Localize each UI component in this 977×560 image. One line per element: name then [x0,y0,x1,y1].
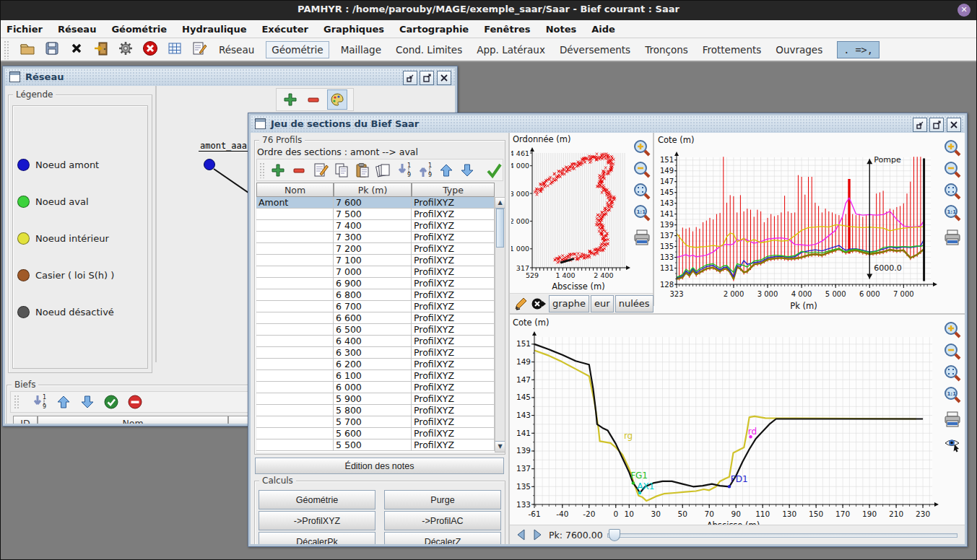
zoom-actual-icon[interactable]: 1:1 [943,385,962,404]
profil-row-pk-6100[interactable]: 6 100ProfilXYZ [256,370,495,382]
profil-row-pk-6900[interactable]: 6 900ProfilXYZ [256,278,495,289]
pk-slider-thumb[interactable] [609,529,620,541]
calc-button--profilxyz[interactable]: ->ProfilXYZ [259,511,375,530]
profil-row-pk-7300[interactable]: 7 300ProfilXYZ [256,232,495,243]
move-up-icon[interactable] [438,161,455,180]
scrollbar-thumb[interactable] [496,209,504,248]
profils-column-pkm[interactable]: Pk (m) [334,183,412,197]
move-down-icon[interactable] [78,393,97,411]
toolbar-button-maillage[interactable]: Maillage [341,44,381,56]
profil-row-pk-6200[interactable]: 6 200ProfilXYZ [256,359,495,370]
zoom-in-icon[interactable] [943,139,962,157]
menu-notes[interactable]: Notes [546,24,577,35]
gear-icon[interactable] [116,39,135,58]
menu-cartographie[interactable]: Cartographie [399,24,469,35]
validate-icon[interactable] [485,161,503,180]
exit-door-icon[interactable] [92,39,110,58]
toolbar-button-ouvrages[interactable]: Ouvrages [776,44,822,56]
profil-row-pk-6600[interactable]: 6 600ProfilXYZ [256,312,495,324]
minimize-icon[interactable] [403,71,417,85]
toolbar-button-g-om-trie[interactable]: Géométrie [266,41,329,58]
scroll-up-icon[interactable]: ▲ [495,198,505,209]
draw-icon[interactable] [513,294,529,313]
profil-row-pk-7000[interactable]: 7 000ProfilXYZ [256,266,495,278]
zoom-actual-icon[interactable]: 1:1 [633,204,651,222]
reseau-window-titlebar[interactable]: Réseau [5,69,455,87]
node-label[interactable]: amont_aaa [199,141,248,152]
sections-window-titlebar[interactable]: Jeu de sections du Bief Saar [251,115,965,134]
profil-row-pk-5500[interactable]: 5 500ProfilXYZ [256,439,495,451]
maximize-icon[interactable] [929,118,944,132]
tab-eur[interactable]: eur [591,295,614,312]
minimize-icon[interactable] [913,118,927,132]
close-icon[interactable] [947,118,961,132]
profils-column-nom[interactable]: Nom [256,183,334,197]
profil-row-pk-6300[interactable]: 6 300ProfilXYZ [256,347,495,359]
print-icon[interactable] [633,228,651,247]
sort-descending-icon[interactable]: 19 [30,393,49,411]
profil-row-pk-5800[interactable]: 5 800ProfilXYZ [256,405,495,416]
toolbar-drag-handle[interactable] [4,40,9,59]
calc-button--profilac[interactable]: ->ProfilAC [384,511,501,530]
menu-géométrie[interactable]: Géométrie [111,24,167,35]
calc-button-purge[interactable]: Purge [384,490,501,509]
toolbar-button-frottements[interactable]: Frottements [703,44,762,56]
zoom-in-icon[interactable] [943,320,962,339]
biefs-column-id[interactable]: ID [13,416,38,424]
print-icon[interactable] [943,228,962,247]
profils-column-type[interactable]: Type [412,183,495,197]
profil-row-pk-6000[interactable]: 6 000ProfilXYZ [256,382,495,393]
copy-icon[interactable] [333,161,350,180]
zoom-fit-icon[interactable] [943,364,962,382]
menu-fichier[interactable]: Fichier [6,24,43,35]
zoom-in-icon[interactable] [633,139,651,157]
save-icon[interactable] [43,39,61,58]
toolbar-button-app-lat-raux[interactable]: App. Latéraux [477,44,545,56]
sort-descending-icon[interactable]: 19 [396,161,413,180]
next-profile-icon[interactable] [530,525,544,544]
network-node-amont[interactable] [204,159,215,170]
biefs-column-nom[interactable]: Nom [38,416,228,424]
toolbar-button-tron-ons[interactable]: Tronçons [645,44,688,56]
menu-graphiques[interactable]: Graphiques [324,24,384,35]
notes-icon[interactable] [190,39,209,58]
tab-nulées[interactable]: nulées [615,295,653,312]
menu-hydraulique[interactable]: Hydraulique [182,24,246,35]
profil-row-pk-7400[interactable]: 7 400ProfilXYZ [256,220,495,232]
toolbar-button-r-seau[interactable]: Réseau [219,44,254,56]
calc-button-d-calerpk[interactable]: DécalerPk [259,532,375,544]
profil-row-pk-6400[interactable]: 6 400ProfilXYZ [256,336,495,347]
remove-node-icon[interactable] [304,90,323,109]
zoom-out-icon[interactable] [943,342,962,361]
paste-icon[interactable] [354,161,371,180]
profil-row-pk-7500[interactable]: 7 500ProfilXYZ [256,209,495,220]
zoom-out-icon[interactable] [633,160,651,179]
zoom-fit-icon[interactable] [633,182,651,201]
profil-row-pk-5900[interactable]: 5 900ProfilXYZ [256,393,495,405]
edit-profile-icon[interactable] [312,161,329,180]
profil-row-pk-6800[interactable]: 6 800ProfilXYZ [256,289,495,301]
tab-graphe[interactable]: graphe [549,295,589,312]
profil-row-pk-6700[interactable]: 6 700ProfilXYZ [256,301,495,312]
add-profile-icon[interactable] [269,161,287,180]
cross-section-chart[interactable]: Cote (m)rgFG1AX1FD1rd1511491471451431411… [510,315,943,529]
profil-row-pk-7200[interactable]: 7 200ProfilXYZ [256,243,495,255]
print-icon[interactable] [943,410,962,429]
grid-icon[interactable] [165,39,184,58]
profils-table[interactable]: Amont7 600ProfilXYZ7 500ProfilXYZ7 400Pr… [256,197,495,452]
sort-ascending-icon[interactable]: 19 [417,161,434,180]
profil-row-pk-7600[interactable]: Amont7 600ProfilXYZ [256,197,495,209]
toolbar-button--[interactable]: . =>, [837,41,880,58]
zoom-out-icon[interactable] [943,160,962,179]
move-down-icon[interactable] [459,161,476,180]
menu-aide[interactable]: Aide [591,24,615,35]
calc-button-g-om-trie[interactable]: Géométrie [259,490,375,509]
clear-icon[interactable] [531,294,547,313]
close-icon[interactable] [437,71,451,85]
disable-icon[interactable] [126,393,144,411]
scroll-down-icon[interactable]: ▼ [495,441,505,452]
zoom-actual-icon[interactable]: 1:1 [943,204,962,222]
longitudinal-chart[interactable]: Cote (m)Pompe6000.0151149147145143141139… [655,133,940,315]
open-folder-icon[interactable] [18,39,37,58]
profil-row-pk-7100[interactable]: 7 100ProfilXYZ [256,255,495,266]
